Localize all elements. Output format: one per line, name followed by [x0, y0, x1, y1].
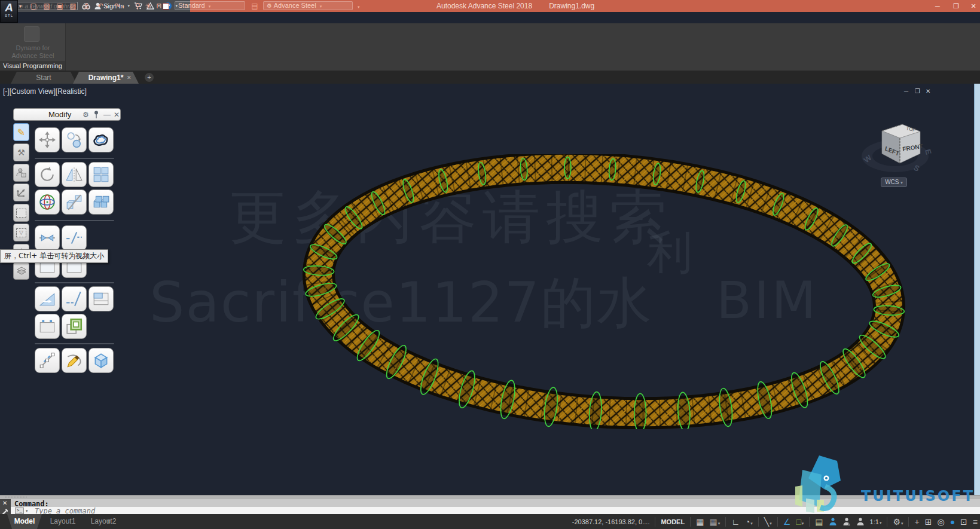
layout-tab-layout2[interactable]: Layout2: [84, 514, 123, 529]
workspace-gear-icon[interactable]: ⚙▾: [893, 517, 903, 527]
redo-caret-icon[interactable]: ▾: [122, 5, 124, 10]
marker-icon[interactable]: ⚲: [133, 2, 142, 10]
merge-plates-button[interactable]: [62, 314, 87, 339]
object-snap-tracking-icon[interactable]: ∠: [783, 517, 791, 527]
viewcube[interactable]: W S E TOP LEFT FRONT: [858, 115, 932, 182]
palette-minimize-icon[interactable]: —: [103, 111, 111, 119]
minimize-button[interactable]: ─: [930, 1, 945, 11]
sun-icon[interactable]: ☀: [144, 2, 153, 10]
annotation-scale-icon[interactable]: [856, 517, 865, 526]
isodraft-icon[interactable]: ╲▾: [764, 517, 772, 527]
drawing-close-icon[interactable]: ✕: [926, 88, 930, 94]
draw-mode-button[interactable]: ✎: [13, 123, 29, 141]
filter-select-button[interactable]: ▽: [13, 224, 29, 241]
redo-icon[interactable]: ↷: [112, 2, 122, 10]
weld-button[interactable]: [35, 225, 60, 250]
palette-title: Modify: [48, 110, 71, 119]
ribbon-body: [0, 23, 980, 71]
file-tab-close-icon[interactable]: ✕: [127, 75, 132, 81]
workspace-dropdown[interactable]: ⚙ Advance Steel▾: [263, 1, 353, 10]
object-snap-icon[interactable]: □▾: [796, 517, 804, 527]
close-button[interactable]: ✕: [966, 1, 980, 11]
mirror-button[interactable]: [62, 162, 87, 187]
customization-menu-icon[interactable]: ≡: [973, 517, 978, 527]
torus-truss-model[interactable]: [302, 154, 906, 429]
layout-tab-model[interactable]: Model: [7, 514, 42, 529]
toolbar-lock-icon[interactable]: ▤: [815, 517, 823, 527]
move-button[interactable]: [35, 127, 60, 152]
file-tab-start[interactable]: Start: [11, 72, 77, 84]
grid-display-icon[interactable]: ▦: [696, 517, 704, 527]
save-icon[interactable]: ▣: [55, 2, 65, 10]
lengthen-button[interactable]: [62, 286, 87, 311]
save-as-icon[interactable]: ▨: [68, 2, 78, 10]
annotation-monitor-icon[interactable]: +: [914, 517, 919, 527]
undo-caret-icon[interactable]: ▾: [105, 5, 108, 10]
qat-more-icon[interactable]: ▾: [358, 5, 360, 10]
coordinates-readout: -20387.12, -16193.82, 0....: [572, 518, 650, 525]
rotate-button[interactable]: [35, 162, 60, 187]
command-drag-handle[interactable]: [0, 496, 980, 499]
clean-screen-icon[interactable]: ⊡: [960, 517, 967, 527]
model-space-button[interactable]: MODEL: [661, 518, 685, 525]
mirror-3d-button[interactable]: [62, 189, 87, 215]
ucs-button[interactable]: [13, 184, 29, 201]
array-3d-button[interactable]: [88, 189, 114, 215]
graphics-performance-icon[interactable]: ●: [950, 517, 955, 527]
color-swatch[interactable]: [163, 3, 169, 10]
restore-button[interactable]: ❐: [948, 1, 964, 11]
plot-icon[interactable]: ⎙: [81, 2, 91, 10]
style-dropdown[interactable]: Standard▾: [175, 1, 245, 10]
new-file-icon[interactable]: ▢: [29, 2, 38, 10]
user-settings-button[interactable]: [13, 164, 29, 182]
command-close-icon[interactable]: ✕: [2, 500, 7, 506]
annotation-autoscale-icon[interactable]: [842, 517, 851, 526]
offset-button[interactable]: [88, 127, 114, 152]
tooltip: 屏，Ctrl+ 单击可转为视频大小: [0, 249, 108, 263]
align-3d-button[interactable]: [35, 189, 60, 215]
palette-gear-icon[interactable]: ⚙: [83, 111, 89, 119]
palette-header[interactable]: Modify ⚙ — ✕: [13, 108, 121, 121]
plate-cut-button[interactable]: [88, 286, 114, 311]
drawing-restore-icon[interactable]: ❐: [915, 88, 920, 94]
tools-button[interactable]: ⚒: [13, 143, 29, 161]
break-line-button[interactable]: [62, 225, 87, 250]
palette-close-icon[interactable]: ✕: [114, 111, 120, 119]
sheet-icon[interactable]: ▤: [250, 2, 259, 10]
copy-button[interactable]: [62, 127, 87, 152]
array-button[interactable]: [88, 162, 114, 187]
layers-button[interactable]: [13, 262, 29, 280]
mirror-icon: [65, 166, 83, 184]
ortho-icon[interactable]: ∟: [731, 517, 740, 527]
layout-tab-layout1[interactable]: Layout1: [43, 514, 83, 529]
quick-properties-icon[interactable]: ⊞: [925, 517, 932, 527]
open-file-icon[interactable]: ▧: [42, 2, 51, 10]
annotation-scale-value[interactable]: 1:1▾: [870, 518, 882, 525]
command-prompt-caret-icon[interactable]: ▾: [26, 509, 28, 513]
stretch-button[interactable]: [35, 348, 60, 373]
undo-icon[interactable]: ↶: [96, 2, 105, 10]
plate-marks-button[interactable]: [35, 314, 60, 339]
window-select-button[interactable]: [13, 204, 29, 222]
polar-tracking-icon[interactable]: ◔▾: [745, 517, 753, 527]
annotation-visibility-icon[interactable]: [829, 517, 837, 526]
palette-pin-icon[interactable]: [94, 111, 99, 120]
drawing-minimize-icon[interactable]: ─: [904, 88, 908, 94]
drawing-viewport[interactable]: [-][Custom View][Realistic] ─ ❐ ✕ 更多内容请搜…: [0, 84, 980, 495]
sign-in-caret-icon[interactable]: ▾: [127, 4, 130, 8]
viewport-scrollbar[interactable]: [974, 84, 980, 495]
dynamo-button[interactable]: Dynamo for Advance Steel: [0, 44, 66, 60]
command-window[interactable]: ✕ Command: >_ ▾: [0, 495, 980, 514]
command-prompt-icon[interactable]: >_: [15, 507, 24, 514]
explode-button[interactable]: [88, 348, 114, 373]
snap-mode-icon[interactable]: ▦▾: [709, 517, 720, 527]
new-layout-button[interactable]: +: [106, 516, 111, 525]
app-logo[interactable]: A STL: [0, 0, 18, 23]
app-menu-caret-icon[interactable]: ▾: [19, 4, 22, 9]
shrink-button[interactable]: [35, 286, 60, 311]
isolate-objects-icon[interactable]: ◎: [937, 517, 944, 527]
viewport-controls-label[interactable]: [-][Custom View][Realistic]: [3, 87, 87, 96]
new-drawing-button[interactable]: +: [145, 73, 154, 82]
polyline-edit-button[interactable]: [62, 348, 87, 373]
wcs-dropdown[interactable]: WCS ▾: [881, 178, 907, 187]
